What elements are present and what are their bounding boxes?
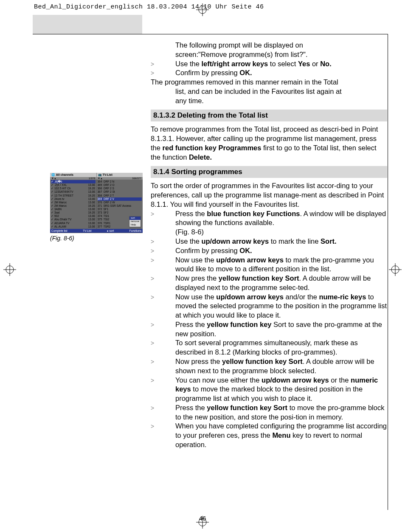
- osd-bottom-bar: Complete list TV-List ● sort Functions: [50, 229, 143, 233]
- bullet-icon: >: [151, 320, 175, 339]
- crop-mark-bottom-icon: [196, 516, 209, 529]
- list-item: ✓Abu Dhabi TV13.0E: [51, 218, 96, 221]
- after-remove-note-3: any time.: [175, 96, 387, 106]
- after-remove-note: The programmes removed in this manner re…: [151, 78, 387, 87]
- list-item: ✓90213.0E: [51, 214, 96, 218]
- bullet-icon: >: [151, 422, 175, 449]
- step-body: When you have completed configuring the …: [175, 422, 387, 449]
- outer-rule: [388, 34, 388, 510]
- step-body: Now use the up/down arrow keys and/or th…: [175, 293, 387, 320]
- crop-mark-top-icon: [196, 3, 209, 16]
- popup-item-remove: remove: [129, 220, 141, 223]
- step-814-2: >Confirm by pressing OK.: [151, 246, 387, 256]
- osd-title-left: 🌐 All channels: [50, 173, 96, 177]
- step-body: Use the up/down arrow keys to mark the l…: [175, 237, 387, 246]
- bullet-icon: >: [151, 209, 175, 237]
- para-814-intro: To sort the order of programmes in the F…: [151, 181, 387, 209]
- page: Bed_Anl_Digicorder_englisch 18.03.2004 1…: [0, 0, 405, 532]
- bullet-icon: >: [151, 256, 175, 274]
- list-item: ✓102.5 HIT Ch19.2E: [51, 187, 96, 190]
- bullet-icon: >: [151, 274, 175, 293]
- bullet-icon: >: [151, 293, 175, 320]
- step-body: Press the yellow function key Sort to sa…: [175, 320, 387, 339]
- list-item: 365ORF 2 O: [98, 183, 142, 187]
- list-item: 373SF2: [98, 211, 142, 214]
- bullet-icon: >: [151, 357, 175, 376]
- crop-mark-right-icon: [389, 263, 402, 276]
- list-item: 372SF1: [98, 208, 142, 211]
- step-814-6: >Press the yellow function key Sort to s…: [151, 320, 387, 339]
- list-item: ✓2M Maroc19.2E: [51, 204, 96, 208]
- figure-8-6: 🌐 All channels 📺 TV-List ▼▲1/378 ▼▲369/3…: [50, 173, 143, 242]
- step-814-0: >Press the blue function key Functions. …: [151, 209, 387, 237]
- popup-item-help: Help: [129, 223, 141, 227]
- step-body: Confirm by pressing OK.: [175, 246, 387, 256]
- step-814-8: >Now press the yellow function key Sort.…: [151, 357, 387, 376]
- intro-line-1: The following prompt will be displayed o…: [175, 41, 387, 50]
- step-814-10: >Press the yellow function key Sort to m…: [151, 403, 387, 422]
- list-item: ✓3ABN13.0E: [51, 208, 96, 211]
- list-item: ✓2M Maroc13.0E: [51, 201, 96, 204]
- osd-title-right: 📺 TV-List: [96, 173, 143, 177]
- top-rule: [33, 34, 388, 34]
- list-item: 371SRG SSR SAT Access: [98, 204, 142, 208]
- bullet-icon: >: [151, 246, 175, 256]
- main-content: The following prompt will be displayed o…: [151, 41, 387, 450]
- heading-814: 8.1.4 Sorting programmes: [151, 166, 387, 178]
- step-body: Now use the up/down arrow keys to mark t…: [175, 256, 387, 274]
- bullet-icon: >: [151, 403, 175, 422]
- list-item: ✓AL-ALAM13.0E: [51, 225, 96, 228]
- list-item: 366ORF 2 S: [98, 187, 142, 190]
- steps-814-list: >Press the blue function key Functions. …: [151, 209, 387, 450]
- list-item: 368ORF 2 T: [98, 194, 142, 197]
- step-814-7: >To sort several programmes simultaneous…: [151, 338, 387, 357]
- bullet-icon: >: [151, 376, 175, 403]
- list-item: 369ORF 2 V: [98, 197, 142, 201]
- step-814-9: >You can now use either the up/down arro…: [151, 376, 387, 403]
- step-body: Now pres the yellow function key Sort. A…: [175, 274, 387, 293]
- step-yesno: > Use the left/right arrow keys to selec…: [151, 59, 387, 69]
- step-814-3: >Now use the up/down arrow keys to mark …: [151, 256, 387, 274]
- step-814-4: >Now pres the yellow function key Sort. …: [151, 274, 387, 293]
- step-confirm-ok: > Confirm by pressing OK.: [151, 68, 387, 78]
- margin-grey-box: [33, 15, 142, 34]
- figure-caption: (Fig. 8-6): [50, 235, 143, 242]
- step-814-11: >When you have completed configuring the…: [151, 422, 387, 449]
- list-item: ✓.A|�b: [51, 180, 96, 183]
- bullet-icon: >: [151, 68, 175, 78]
- step-body: You can now use either the up/down arrow…: [175, 376, 387, 403]
- print-header: Bed_Anl_Digicorder_englisch 18.03.2004 1…: [34, 3, 264, 11]
- list-item: ✓.Z|K / XXL13.0E: [51, 183, 96, 187]
- crop-mark-left-icon: [3, 263, 16, 276]
- after-remove-note-2: list, and can be included in the Favouri…: [175, 87, 387, 96]
- intro-line-2: screen:"Remove programme(s) from list?".: [175, 50, 387, 59]
- heading-8132: 8.1.3.2 Deleting from the Total list: [151, 110, 387, 121]
- bullet-icon: >: [151, 59, 175, 69]
- step-body: Press the blue function key Functions. A…: [175, 209, 387, 237]
- list-item: 367ORF 2 St: [98, 190, 142, 194]
- list-item: ✓ADJARA TV13.0E: [51, 222, 96, 225]
- step-body: Press the yellow function key Sort to mo…: [175, 403, 387, 422]
- osd-popup: sort remove Help: [129, 216, 141, 227]
- step-814-1: >Use the up/down arrow keys to mark the …: [151, 237, 387, 246]
- step-814-5: >Now use the up/down arrow keys and/or t…: [151, 293, 387, 320]
- step-body: Now press the yellow function key Sort. …: [175, 357, 387, 376]
- osd-left-list: ✓.A|�b✓.Z|K / XXL13.0E✓102.5 HIT Ch19.2E…: [50, 180, 97, 229]
- list-item: 364ORF 2 N: [98, 180, 142, 183]
- list-item: ✓24ore.tv13.0E: [51, 197, 96, 201]
- list-item: ✓13 TH STREET19.2E: [51, 194, 96, 197]
- list-item: ✓123SAT/69XTV13.0E: [51, 190, 96, 194]
- bullet-icon: >: [151, 338, 175, 357]
- list-item: 370ORF 2 W: [98, 201, 142, 204]
- step-body: To sort several programmes simultaneousl…: [175, 338, 387, 357]
- para-8132: To remove programmes from the Total list…: [151, 125, 387, 162]
- bullet-icon: >: [151, 237, 175, 246]
- popup-item-sort: sort: [129, 217, 141, 220]
- osd-screenshot: 🌐 All channels 📺 TV-List ▼▲1/378 ▼▲369/3…: [50, 173, 143, 233]
- list-item: ✓3sat19.2E: [51, 211, 96, 214]
